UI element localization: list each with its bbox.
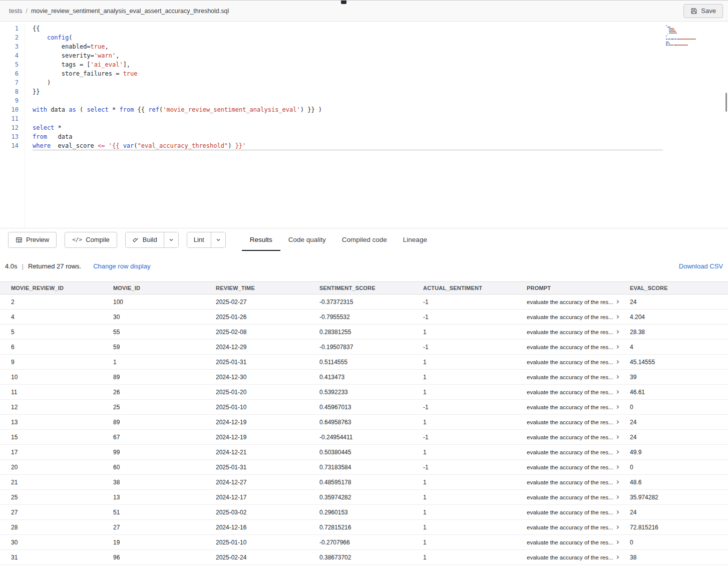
code-line[interactable]: severity='warn', [33,51,728,60]
table-cell: 25 [11,494,113,501]
prompt-expand-icon[interactable] [615,495,619,499]
prompt-expand-icon[interactable] [615,435,619,439]
save-button[interactable]: Save [683,4,723,18]
build-dropdown-button[interactable] [164,232,178,247]
prompt-expand-icon[interactable] [615,450,619,454]
table-row[interactable]: 21382024-12-270.485951781evaluate the ac… [0,475,728,490]
lint-button[interactable]: Lint [187,232,211,247]
build-button[interactable]: Build [126,232,164,247]
table-cell: 1 [423,524,527,531]
table-row[interactable]: 13892024-12-190.649587631evaluate the ac… [0,415,728,430]
prompt-expand-icon[interactable] [615,405,619,409]
code-line[interactable]: config( [33,33,728,42]
minimap[interactable] [666,25,704,46]
table-cell: -0.2707966 [319,539,423,546]
scrollbar-thumb[interactable] [725,93,727,112]
column-header-movie-review-id[interactable]: MOVIE_REVIEW_ID [11,285,113,291]
table-cell: 1 [423,539,527,546]
breadcrumb-folder[interactable]: tests [9,8,22,15]
prompt-expand-icon[interactable] [615,375,619,379]
table-row[interactable]: 15672024-12-19-0.24954411-1evaluate the … [0,430,728,445]
table-cell: 2025-01-31 [216,359,319,366]
table-row[interactable]: 10892024-12-300.4134731evaluate the accu… [0,370,728,385]
table-row[interactable]: 27512025-03-020.29601531evaluate the acc… [0,505,728,520]
code-line[interactable]: with data as ( select * from {{ ref('mov… [33,105,728,114]
column-header-eval-score[interactable]: EVAL_SCORE [630,285,728,291]
table-cell: 19 [113,539,216,546]
table-cell: 1 [113,359,216,366]
table-row[interactable]: 912025-01-310.51145551evaluate the accur… [0,355,728,370]
table-row[interactable]: 12252025-01-100.45967013-1evaluate the a… [0,400,728,415]
query-time: 4.0s [5,262,18,270]
code-line[interactable]: tags = ['ai_eval'], [33,60,728,69]
table-cell: 60 [113,464,216,471]
column-header-review-time[interactable]: REVIEW_TIME [216,285,319,291]
table-row[interactable]: 25132024-12-170.359742821evaluate the ac… [0,490,728,505]
code-line[interactable]: enabled=true, [33,42,728,51]
eval-score-cell: 24 [630,434,728,441]
prompt-cell: evaluate the accuracy of the res... [527,419,630,425]
prompt-expand-icon[interactable] [615,480,619,484]
prompt-expand-icon[interactable] [615,360,619,364]
compile-button[interactable]: </> Compile [65,232,117,248]
code-line[interactable]: from data [33,132,728,141]
tab-compiled-code[interactable]: Compiled code [334,228,395,251]
table-cell: 1 [423,509,527,516]
line-number: 8 [0,87,19,96]
code-line[interactable]: where eval_score <= '{{ var("eval_accura… [33,141,663,150]
table-cell: 13 [113,494,216,501]
prompt-expand-icon[interactable] [615,510,619,514]
table-row[interactable]: 21002025-02-27-0.37372315-1evaluate the … [0,295,728,310]
code-lines[interactable]: {{ config( enabled=true, severity='warn'… [25,24,728,228]
code-line[interactable]: ) [33,78,728,87]
prompt-expand-icon[interactable] [615,330,619,334]
change-row-display-link[interactable]: Change row display [93,262,150,270]
column-header-sentiment-score[interactable]: SENTIMENT_SCORE [319,285,423,291]
chevron-down-icon [169,237,174,242]
breadcrumb-file: movie_review_sentiment_analysis_eval_ass… [31,8,229,15]
code-line[interactable]: select * [33,123,728,132]
prompt-expand-icon[interactable] [615,315,619,319]
table-row[interactable]: 28272024-12-160.728152161evaluate the ac… [0,520,728,535]
prompt-expand-icon[interactable] [615,300,619,304]
prompt-expand-icon[interactable] [615,420,619,424]
eval-score-cell: 24 [630,509,728,516]
prompt-cell: evaluate the accuracy of the res... [527,554,630,560]
column-header-prompt[interactable]: PROMPT [527,285,630,291]
prompt-expand-icon[interactable] [615,555,619,559]
column-header-actual-sentiment[interactable]: ACTUAL_SENTIMENT [423,285,527,291]
tab-results[interactable]: Results [242,228,280,251]
table-row[interactable]: 20602025-01-310.73183584-1evaluate the a… [0,460,728,475]
code-line[interactable]: store_failures = true [33,69,728,78]
table-cell: 2025-01-20 [216,389,319,396]
code-line[interactable] [33,114,728,123]
column-header-movie-id[interactable]: MOVIE_ID [113,285,216,291]
prompt-text: evaluate the accuracy of the res... [527,524,613,530]
preview-button[interactable]: Preview [8,232,57,248]
table-row[interactable]: 17992024-12-210.503804451evaluate the ac… [0,445,728,460]
prompt-expand-icon[interactable] [615,345,619,349]
lint-dropdown-button[interactable] [211,232,225,247]
code-editor[interactable]: 1234567891011121314 {{ config( enabled=t… [0,22,728,228]
table-cell: 2025-01-10 [216,539,319,546]
table-row[interactable]: 30192025-01-10-0.27079661evaluate the ac… [0,535,728,550]
table-row[interactable]: 31962025-02-240.386737021evaluate the ac… [0,550,728,565]
line-number: 4 [0,51,19,60]
prompt-expand-icon[interactable] [615,390,619,394]
prompt-expand-icon[interactable] [615,540,619,544]
build-icon [132,236,139,243]
download-csv-link[interactable]: Download CSV [679,262,723,270]
table-row[interactable]: 4302025-01-26-0.7955532-1evaluate the ac… [0,310,728,325]
table-row[interactable]: 5552025-02-080.283812551evaluate the acc… [0,325,728,340]
tab-lineage[interactable]: Lineage [395,228,435,251]
code-line[interactable]: }} [33,87,728,96]
prompt-expand-icon[interactable] [615,525,619,529]
prompt-expand-icon[interactable] [615,465,619,469]
code-line[interactable]: {{ [33,24,728,33]
tab-code-quality[interactable]: Code quality [280,228,334,251]
table-row[interactable]: 11262025-01-200.53922331evaluate the acc… [0,385,728,400]
status-bar: 4.0s | Returned 27 rows. Change row disp… [0,251,728,281]
table-row[interactable]: 6592024-12-29-0.19507837-1evaluate the a… [0,340,728,355]
eval-score-cell: 0 [630,539,728,546]
code-line[interactable] [33,96,728,105]
